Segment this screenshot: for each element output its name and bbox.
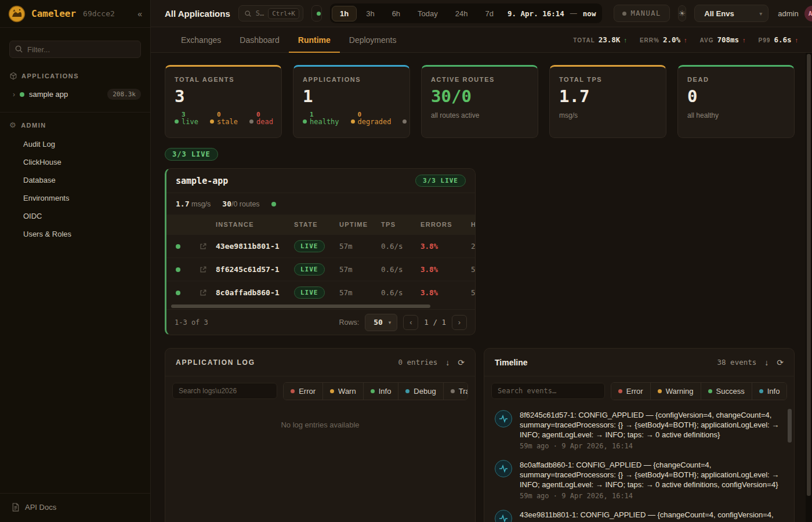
table-row[interactable]: 43ee9811b801-1 LIVE 57m 0.6/s 3.8% 2 [166,234,476,258]
sidebar-item-environments[interactable]: Environments [0,189,150,207]
external-link-icon[interactable] [190,242,216,251]
range-24h[interactable]: 24h [447,6,476,21]
theme-toggle-button[interactable]: ☀ [678,5,687,21]
applications-section-header: APPLICATIONS [0,72,150,80]
sidebar-item-database[interactable]: Database [0,171,150,189]
timeline-event-count: 38 events [717,358,757,367]
search-placeholder-text: S… [256,9,264,17]
info-dot [371,389,375,393]
filter-success[interactable]: Success [701,383,752,400]
filter-info[interactable]: Info [363,383,398,400]
timeline-search-input[interactable] [491,383,605,399]
filter-warning[interactable]: Warning [650,383,701,400]
sidebar-api-docs[interactable]: API Docs [0,493,150,522]
prev-page-button[interactable]: ‹ [403,315,418,330]
time-from[interactable]: 9. Apr. 16:14 [503,9,569,18]
chevron-right-icon[interactable]: › [13,90,15,99]
range-7d[interactable]: 7d [477,6,502,21]
refresh-icon[interactable]: ⟳ [777,358,784,367]
up-arrow-icon: ↑ [684,37,687,44]
sidebar-header: Cameleer 69dcce2 « [0,0,150,28]
pulse-icon [495,510,512,522]
kpi-total: TOTAL 23.8K ↑ [573,35,627,44]
table-row[interactable]: 8c0affadb860-1 LIVE 57m 0.6/s 3.8% 5 [166,281,476,304]
external-link-icon[interactable] [190,266,216,274]
log-entry-count: 0 entries [398,358,438,367]
tab-dashboard[interactable]: Dashboard [230,27,289,52]
timeline-event[interactable]: 8c0affadb860-1: CONFIG_APPLIED — {change… [495,460,784,500]
sidebar-item-oidc[interactable]: OIDC [0,207,150,225]
table-row[interactable]: 8f6245c61d57-1 LIVE 57m 0.6/s 3.8% 5 [166,258,476,281]
state-badge: LIVE [294,240,325,252]
sidebar-item-audit-log[interactable]: Audit Log [0,135,150,153]
row-range: 1-3 of 3 [175,318,208,327]
sidebar-item-sample-app[interactable]: › sample app 208.3k [0,85,150,104]
manual-refresh-button[interactable]: MANUAL [614,5,669,22]
page-indicator: 1 / 1 [424,318,446,327]
time-to[interactable]: now [578,9,601,18]
next-page-button[interactable]: › [452,315,467,330]
filter-error[interactable]: Error [611,383,650,400]
range-3h[interactable]: 3h [358,6,382,21]
kpi-err: ERR% 2.0% ↑ [640,35,687,44]
scrollbar-thumb[interactable] [171,304,430,308]
timeline-title: Timeline [495,358,528,367]
chevron-down-icon: ▾ [389,320,392,325]
timeline-event-list: 8f6245c61d57-1: CONFIG_APPLIED — {config… [484,405,794,522]
filter-warn[interactable]: Warn [322,383,363,400]
external-link-icon[interactable] [190,289,216,297]
env-select[interactable]: All Envs ▾ [694,5,768,22]
search-shortcut: Ctrl+K [268,8,299,19]
sidebar-divider [0,112,150,113]
chevron-down-icon: ▾ [759,10,762,17]
sidebar-collapse-icon[interactable]: « [137,9,142,19]
table-footer: 1-3 of 3 Rows: 50 ▾ ‹ 1 / 1 › [166,309,475,335]
sample-app-header: sample-app 3/3 LIVE [166,169,475,193]
timeline-event[interactable]: 8f6245c61d57-1: CONFIG_APPLIED — {config… [495,410,784,450]
global-search[interactable]: S… Ctrl+K [238,5,303,21]
filter-info[interactable]: Info [752,383,787,400]
cube-icon [9,72,17,80]
range-6h[interactable]: 6h [384,6,408,21]
sidebar-item-users-roles[interactable]: Users & Roles [0,225,150,243]
event-timestamp: 59m ago · 9 Apr 2026, 16:14 [520,492,786,500]
refresh-icon[interactable]: ⟳ [458,358,465,367]
tab-deployments[interactable]: Deployments [340,27,406,52]
avatar[interactable]: AD [804,6,812,21]
app-status-dot [20,92,24,97]
online-dot [317,12,321,16]
admin-nav: Audit Log ClickHouse Database Environmen… [0,135,150,243]
range-1h[interactable]: 1h [332,6,357,21]
brand-name: Cameleer [31,8,76,19]
timeline-event[interactable]: 43ee9811b801-1: CONFIG_APPLIED — {change… [495,510,784,522]
debug-dot [405,389,409,393]
card-active-routes: ACTIVE ROUTES 30/0 all routes active [421,65,538,138]
filter-debug[interactable]: Debug [398,383,443,400]
timeline-scrollbar-thumb[interactable] [788,409,792,443]
scrollbar-thumb[interactable] [807,54,811,496]
success-dot [708,389,712,393]
event-timestamp: 59m ago · 9 Apr 2026, 16:14 [520,442,786,450]
log-panel-title: APPLICATION LOG [176,358,255,367]
dead-dot [249,119,253,124]
download-icon[interactable]: ↓ [445,358,449,367]
range-today[interactable]: Today [409,6,446,21]
sample-app-panel: sample-app 3/3 LIVE 1.7 msg/s 30/0 route… [165,168,476,335]
log-level-filters: Error Warn Info Debug Trace [283,382,468,400]
rows-per-page-select[interactable]: 50 ▾ [365,314,397,331]
log-search-input[interactable] [172,383,277,399]
sidebar-item-clickhouse[interactable]: ClickHouse [0,153,150,171]
filter-error[interactable]: Error [284,383,322,400]
filter-trace[interactable]: Trace [443,383,468,400]
table-horizontal-scrollbar [166,304,475,309]
document-icon [12,503,20,512]
content-area: TOTAL AGENTS 3 3live 0stale 0dead APPLIC… [151,53,812,522]
kpi-avg: AVG 708ms ↑ [700,35,746,44]
sidebar-filter-input[interactable] [9,41,141,58]
instance-status-dot [176,291,180,295]
tab-runtime[interactable]: Runtime [289,27,340,52]
user-menu[interactable]: admin AD [778,6,812,21]
download-icon[interactable]: ↓ [764,358,768,367]
app-item-badge: 208.3k [107,89,141,100]
tab-exchanges[interactable]: Exchanges [172,27,230,52]
